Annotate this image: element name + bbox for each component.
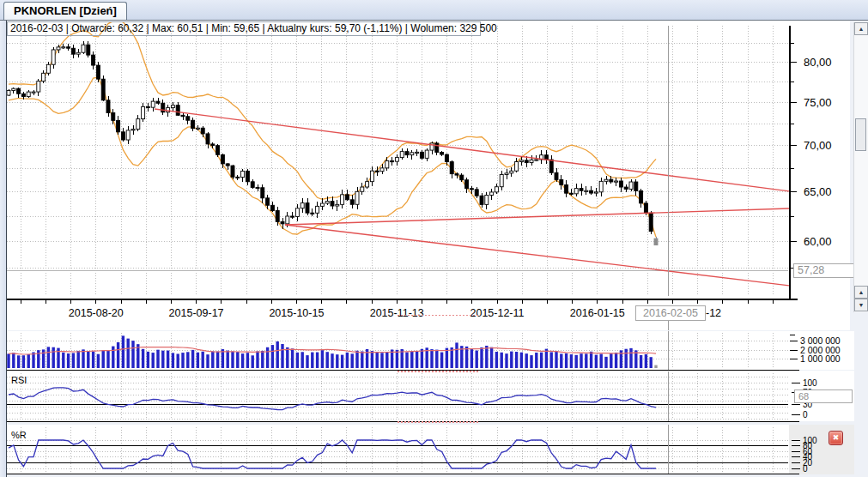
- svg-text:60,00: 60,00: [804, 235, 832, 248]
- svg-text:100: 100: [803, 378, 817, 388]
- scroll-up-icon-2: ▲: [859, 289, 865, 295]
- svg-text:75,00: 75,00: [804, 96, 832, 109]
- svg-text:2015-08-20: 2015-08-20: [69, 307, 124, 319]
- svg-text:2015-09-17: 2015-09-17: [169, 307, 224, 319]
- svg-text:2015-12-11: 2015-12-11: [470, 307, 524, 319]
- svg-text:70,00: 70,00: [804, 139, 832, 152]
- scrollbar-thumb[interactable]: [855, 118, 866, 151]
- close-icon: ✖: [833, 433, 840, 442]
- chart-canvas: 80,0075,0070,0065,0060,002015-08-202015-…: [0, 0, 868, 477]
- partial-date-label: -12: [706, 307, 721, 319]
- cursor-date-box: 2016-02-05: [635, 305, 706, 321]
- left-splitter[interactable]: [0, 20, 7, 477]
- percent-r-panel-label: %R: [11, 430, 27, 440]
- svg-text:65,00: 65,00: [804, 185, 832, 198]
- close-panel-button[interactable]: ✖: [829, 431, 843, 445]
- svg-text:2015-10-15: 2015-10-15: [269, 307, 324, 319]
- rsi-panel-label: RSI: [11, 375, 27, 385]
- chart-info-bar: 2016-02-03 | Otwarcie: 60,32 | Max: 60,5…: [7, 21, 481, 36]
- scroll-down-icon: ▼: [859, 302, 865, 308]
- cursor-price-box: 57,28: [793, 263, 858, 278]
- rsi-value-box: 68: [794, 389, 853, 403]
- svg-text:2015-11-13: 2015-11-13: [370, 307, 424, 319]
- tab-pknorlen[interactable]: PKNORLEN [Dzień]: [3, 2, 127, 20]
- scroll-up-button-2[interactable]: ▲: [854, 286, 868, 299]
- scroll-down-button[interactable]: ▼: [854, 299, 868, 311]
- scroll-up-button[interactable]: ▲: [854, 22, 868, 35]
- svg-text:0: 0: [803, 464, 808, 474]
- vertical-scrollbar[interactable]: ▲ ▲ ▼: [853, 22, 868, 312]
- svg-text:0: 0: [803, 410, 808, 420]
- svg-text:2016-01-15: 2016-01-15: [570, 307, 625, 319]
- svg-text:80,00: 80,00: [804, 56, 832, 69]
- scroll-up-icon: ▲: [859, 26, 865, 32]
- svg-text:1 000 000: 1 000 000: [800, 353, 841, 364]
- tab-strip: PKNORLEN [Dzień]: [0, 0, 868, 21]
